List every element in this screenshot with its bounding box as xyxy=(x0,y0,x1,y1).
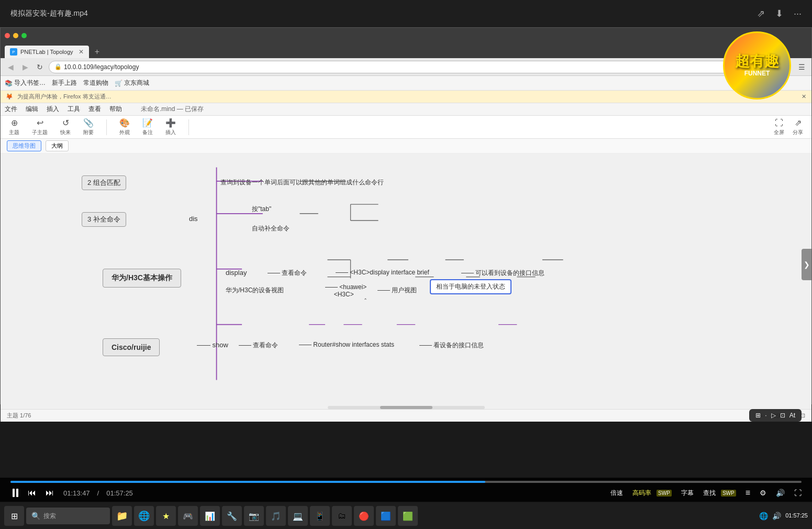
find-button[interactable]: 查找 xyxy=(703,489,716,498)
taskbar-app8[interactable]: 📱 xyxy=(310,506,330,526)
pause-bar-1 xyxy=(13,489,15,497)
bookmark-newbie[interactable]: 新手上路 xyxy=(52,79,77,87)
bookmark-jd[interactable]: 🛒 京东商城 xyxy=(115,79,149,87)
mindmap-view-btn[interactable]: 思维导图 xyxy=(7,140,41,151)
bookmark-shopping[interactable]: 常道购物 xyxy=(83,79,108,87)
app12-icon: 🟩 xyxy=(403,511,413,521)
node-group-match[interactable]: 2 组合匹配 xyxy=(82,175,126,190)
taskbar-app3[interactable]: 📊 xyxy=(200,506,220,526)
speed-button[interactable]: 倍速 xyxy=(610,489,623,498)
back-button[interactable]: ◀ xyxy=(5,61,16,73)
start-button[interactable]: ⊞ xyxy=(4,506,24,526)
toolbar-quick[interactable]: ↺ 快来 xyxy=(60,118,71,136)
toolbar-theme[interactable]: ⊕ 主题 xyxy=(9,118,19,136)
taskbar-app1[interactable]: ★ xyxy=(156,506,176,526)
taskbar-app4[interactable]: 🔧 xyxy=(222,506,242,526)
search-placeholder: 搜索 xyxy=(43,512,56,521)
right-panel-toggle[interactable]: ❯ xyxy=(802,249,812,280)
menu-view[interactable]: 查看 xyxy=(88,105,101,114)
node-autocomplete-text: 3 补全命令 xyxy=(87,215,120,223)
taskbar-search[interactable]: 🔍 搜索 xyxy=(26,508,110,524)
app9-icon: 🗂 xyxy=(338,511,346,521)
taskbar-app6[interactable]: 🎵 xyxy=(266,506,286,526)
progress-bar-container[interactable] xyxy=(10,481,802,483)
toolbar-note-label: 备注 xyxy=(142,129,153,136)
node-interface-info-2: —— 看设备的接口信息 xyxy=(419,341,484,350)
prev-button[interactable]: ⏮ xyxy=(26,486,38,500)
explorer-icon: 📁 xyxy=(116,510,128,522)
mini-ctrl-icon-1[interactable]: ⊞ xyxy=(755,412,761,419)
node-group-match-text: 2 组合匹配 xyxy=(87,179,120,186)
taskbar-app5[interactable]: 📷 xyxy=(244,506,264,526)
taskbar-network-icon[interactable]: 🌐 xyxy=(759,512,768,520)
taskbar-app10[interactable]: 🔴 xyxy=(354,506,374,526)
title-controls: ⇗ ⬇ ··· xyxy=(757,8,802,19)
menu-tools[interactable]: 工具 xyxy=(68,105,80,114)
toolbar-attach[interactable]: 📎 附要 xyxy=(83,118,94,136)
appearance-icon: 🎨 xyxy=(119,118,130,128)
settings-button[interactable]: ⚙ xyxy=(760,489,766,497)
taskbar-app11[interactable]: 🟦 xyxy=(376,506,396,526)
taskbar-app9[interactable]: 🗂 xyxy=(332,506,352,526)
download-icon[interactable]: ⬇ xyxy=(775,8,783,19)
taskbar-explorer[interactable]: 📁 xyxy=(112,506,132,526)
pause-button[interactable] xyxy=(10,487,20,499)
url-input[interactable]: 🔒 10.0.0.109/legacy/topology xyxy=(49,61,778,73)
mind-map-area[interactable]: 2 组合匹配 查询到设备一个单词后面可以跟其他的单词组成什么命令行 3 补全命令… xyxy=(1,153,811,422)
more-icon[interactable]: ··· xyxy=(794,8,802,19)
mini-ctrl-icon-2[interactable]: ▷ xyxy=(771,412,776,419)
toolbar-subtopic[interactable]: ↩ 子主题 xyxy=(32,118,48,136)
captions-button[interactable]: 字幕 xyxy=(681,489,694,498)
taskbar-browser[interactable]: 🌐 xyxy=(134,506,154,526)
node-not-logged-in[interactable]: 相当于电脑的未登入状态 xyxy=(430,279,511,294)
toolbar-fullscreen[interactable]: ⛶ 全屏 xyxy=(774,118,784,136)
toolbar-insert[interactable]: ➕ 插入 xyxy=(165,118,176,136)
taskbar-volume-icon[interactable]: 🔊 xyxy=(772,512,781,520)
volume-button[interactable]: 🔊 xyxy=(776,489,785,497)
time-separator: / xyxy=(97,489,99,497)
menu-file[interactable]: 文件 xyxy=(5,105,17,114)
node-main-huawei[interactable]: 华为/H3C基本操作 xyxy=(103,269,181,288)
taskbar-app12[interactable]: 🟩 xyxy=(398,506,418,526)
refresh-button[interactable]: ↻ xyxy=(34,61,46,73)
next-button[interactable]: ⏭ xyxy=(43,486,56,500)
new-tab-button[interactable]: + xyxy=(91,46,104,58)
maximize-dot[interactable] xyxy=(21,33,27,38)
node-cisco[interactable]: Cisco/ruijie xyxy=(103,338,160,356)
toolbar-appearance-label: 外观 xyxy=(119,129,130,136)
menu-edit[interactable]: 编辑 xyxy=(26,105,38,114)
taskbar-app2[interactable]: 🎮 xyxy=(178,506,198,526)
tab-close-button[interactable]: ✕ xyxy=(79,48,84,56)
playlist-button[interactable]: ≡ xyxy=(746,488,750,498)
mini-ctrl-icon-3[interactable]: ⊡ xyxy=(780,412,785,419)
toolbar-appearance[interactable]: 🎨 外观 xyxy=(119,118,130,136)
node-autocomplete[interactable]: 3 补全命令 xyxy=(82,212,126,227)
toolbar-share[interactable]: ⇗ 分享 xyxy=(793,118,803,136)
share-icon[interactable]: ⇗ xyxy=(757,8,765,19)
tab-favicon: P xyxy=(10,48,17,56)
bookmark-import-label: 导入书签… xyxy=(14,79,46,87)
menu-insert[interactable]: 插入 xyxy=(47,105,59,114)
notification-text: 为提高用户体验，Firefox 将支运通… xyxy=(17,93,112,101)
fullscreen-video-button[interactable]: ⛶ xyxy=(794,489,802,497)
close-dot[interactable] xyxy=(5,33,10,38)
taskbar-right: 🌐 🔊 01:57:25 xyxy=(759,512,808,520)
toolbar-attach-label: 附要 xyxy=(83,129,94,136)
minimize-dot[interactable] xyxy=(13,33,18,38)
logo-cn-text: 超有趣 xyxy=(735,54,779,69)
bookmark-newbie-label: 新手上路 xyxy=(52,79,77,87)
bookmark-import[interactable]: 📚 导入书签… xyxy=(5,79,46,87)
taskbar-app7[interactable]: 💻 xyxy=(288,506,308,526)
browser-tab-active[interactable]: P PNETLab | Topology ✕ xyxy=(5,46,89,58)
mini-ctrl-icon-4[interactable]: At xyxy=(789,412,795,419)
toolbar-note[interactable]: 📝 备注 xyxy=(142,118,153,136)
file-name: 未命名.mind — 已保存 xyxy=(141,105,204,114)
outline-view-btn[interactable]: 大纲 xyxy=(46,140,69,151)
menu-help[interactable]: 帮助 xyxy=(109,105,122,114)
cursor-indicator: ‸ xyxy=(364,292,366,300)
video-controls-section: ⏮ ⏭ 01:13:47 / 01:57:25 倍速 高码率 SWP 字幕 查找… xyxy=(0,478,812,502)
high-rate-button[interactable]: 高码率 xyxy=(632,489,651,498)
node-huawei-h3c: —— <huawei> <H3C> xyxy=(325,283,366,298)
progress-bar-fill xyxy=(10,481,485,483)
forward-button[interactable]: ▶ xyxy=(19,61,31,73)
